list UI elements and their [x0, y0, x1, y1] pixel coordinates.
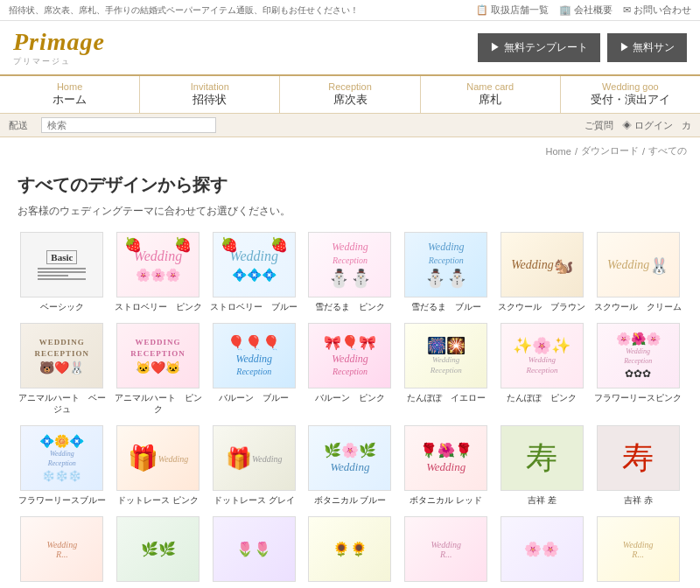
design-item-r4-6[interactable]: 🌸🌸: [498, 516, 587, 585]
design-item-dot-lace-pink[interactable]: 🎁 Wedding ドットレース ピンク: [114, 425, 203, 506]
design-item-strawberry-pink[interactable]: 🍓 🍓 Wedding 🌸🌸🌸 ストロベリー ピンク: [114, 232, 203, 312]
subnav-delivery[interactable]: 配送: [9, 119, 28, 132]
design-label: たんぽぽ イエロー: [407, 392, 486, 403]
thumb-dandelion-yellow: 🎆🎇 WeddingReception: [404, 323, 487, 388]
breadcrumb-home[interactable]: Home: [546, 146, 571, 157]
nav-home[interactable]: Home ホーム: [0, 76, 140, 113]
design-grid-row4: WeddingR... 🌿🌿 🌷🌷: [18, 516, 682, 585]
design-label: ストロベリー ブルー: [210, 301, 298, 312]
subnav-faq[interactable]: ご質問: [584, 119, 613, 132]
design-grid-row3: 💠🌼💠 WeddingReception ❄️❄️❄️ フラワーリースブルー 🎁…: [18, 425, 682, 506]
design-item-dandelion-pink[interactable]: ✨🌸✨ WeddingReception たんぽぽ ピンク: [498, 323, 587, 415]
design-item-snowman-blue[interactable]: WeddingReception ⛄⛄ 雪だるま ブルー: [402, 232, 491, 312]
subnav-right: ご質問 ◈ ログイン カ: [584, 119, 691, 132]
design-label: 吉祥 差: [528, 494, 556, 506]
thumb-botanical-red: 🌹🌺🌹 Wedding: [404, 425, 487, 491]
logo[interactable]: Primage プリマージュ: [13, 28, 105, 67]
thumb-strawberry-blue: 🍓 🍓 Wedding 💠💠💠: [213, 232, 296, 298]
subnav-login[interactable]: ◈ ログイン: [622, 119, 673, 132]
design-label: ベーシック: [40, 301, 84, 312]
design-item-animal-pink[interactable]: WEDDINGRECEPTION 🐱❤️🐱 アニマルハート ピンク: [114, 323, 203, 415]
nav-reception[interactable]: Reception 席次表: [280, 76, 420, 113]
design-item-r4-1[interactable]: WeddingR...: [18, 516, 107, 585]
design-item-squirrel-cream[interactable]: Wedding 🐰 スクウール クリーム: [593, 232, 682, 312]
nav-invitation[interactable]: Invitation 招待状: [140, 76, 280, 113]
design-item-animal-beige[interactable]: WEDDINGRECEPTION 🐻❤️🐰 アニマルハート ベージュ: [18, 323, 107, 415]
breadcrumb-download[interactable]: ダウンロード: [581, 144, 639, 158]
design-grid-row2: WEDDINGRECEPTION 🐻❤️🐰 アニマルハート ベージュ WEDDI…: [18, 323, 682, 415]
thumb-animal-beige: WEDDINGRECEPTION 🐻❤️🐰: [20, 323, 103, 388]
design-item-flower-lace-pink[interactable]: 🌸🌺🌸 WeddingReception ✿✿✿ フラワーリースピンク: [593, 323, 682, 415]
thumb-squirrel-brown: Wedding 🐿️: [500, 232, 584, 298]
thumb-r4-1: WeddingR...: [20, 516, 103, 582]
design-item-botanical-red[interactable]: 🌹🌺🌹 Wedding ボタニカル レッド: [402, 425, 491, 506]
thumb-r4-3: 🌷🌷: [213, 516, 296, 582]
thumb-dandelion-pink: ✨🌸✨ WeddingReception: [500, 323, 584, 388]
sample-button[interactable]: ▶ 無料サン: [607, 33, 687, 62]
thumb-botanical-blue: 🌿🌸🌿 Wedding: [308, 425, 391, 491]
design-item-basic[interactable]: Basic ベーシック: [18, 232, 107, 312]
design-item-snowman-pink[interactable]: WeddingReception ⛄⛄ 雪だるま ピンク: [305, 232, 395, 312]
nav-wedding-goods[interactable]: Wedding goo 受付・演出アイ: [561, 76, 700, 113]
design-label: バルーン ブルー: [219, 392, 289, 403]
design-item-squirrel-brown[interactable]: Wedding 🐿️ スクウール ブラウン: [498, 232, 587, 312]
breadcrumb: Home / ダウンロード / すべての: [0, 137, 700, 164]
link-contact[interactable]: ✉ お問い合わせ: [623, 4, 691, 17]
thumb-kisho-red: 寿: [597, 425, 680, 491]
design-item-balloon-blue[interactable]: 🎈🎈🎈 WeddingReception バルーン ブルー: [209, 323, 298, 415]
design-label: ドットレース グレイ: [214, 494, 295, 506]
thumb-animal-pink: WEDDINGRECEPTION 🐱❤️🐱: [116, 323, 200, 388]
thumb-r4-2: 🌿🌿: [116, 516, 200, 582]
design-label: ドットレース ピンク: [117, 494, 199, 506]
breadcrumb-current: すべての: [648, 144, 687, 158]
thumb-r4-6: 🌸🌸: [500, 516, 584, 582]
design-item-botanical-blue[interactable]: 🌿🌸🌿 Wedding ボタニカル ブルー: [305, 425, 395, 506]
design-label: スクウール ブラウン: [498, 301, 585, 312]
design-label: たんぽぽ ピンク: [507, 392, 577, 403]
template-button[interactable]: ▶ 無料テンプレート: [478, 33, 599, 62]
top-tagline: 招待状、席次表、席札、手作りの結婚式ペーパーアイテム通販、印刷もお任せください！: [9, 4, 359, 17]
thumb-snowman-pink: WeddingReception ⛄⛄: [308, 232, 391, 298]
design-item-dandelion-yellow[interactable]: 🎆🎇 WeddingReception たんぽぽ イエロー: [402, 323, 491, 415]
nav-namecard[interactable]: Name card 席札: [421, 76, 561, 113]
design-label: フラワーリースピンク: [594, 392, 682, 403]
thumb-flower-lace-blue: 💠🌼💠 WeddingReception ❄️❄️❄️: [20, 425, 103, 491]
search-input[interactable]: [41, 117, 216, 133]
thumb-dot-lace-pink: 🎁 Wedding: [116, 425, 200, 491]
subnav-cart[interactable]: カ: [682, 119, 691, 132]
thumb-r4-5: WeddingR...: [404, 516, 487, 582]
design-label: ボタニカル ブルー: [314, 494, 387, 506]
design-grid-row1: Basic ベーシック 🍓 🍓 Wedding 🌸🌸🌸: [18, 232, 682, 312]
design-label: スクウール クリーム: [594, 301, 682, 312]
thumb-squirrel-cream: Wedding 🐰: [597, 232, 680, 298]
design-item-r4-5[interactable]: WeddingR...: [402, 516, 491, 585]
sub-nav: 配送 ご質問 ◈ ログイン カ: [0, 114, 700, 137]
design-item-kisho-red[interactable]: 寿 吉祥 赤: [593, 425, 682, 506]
design-item-r4-4[interactable]: 🌻🌻: [305, 516, 395, 585]
link-company[interactable]: 🏢 会社概要: [559, 4, 612, 17]
design-item-flower-lace-blue[interactable]: 💠🌼💠 WeddingReception ❄️❄️❄️ フラワーリースブルー: [18, 425, 107, 506]
design-item-dot-lace-gray[interactable]: 🎁 Wedding ドットレース グレイ: [209, 425, 298, 506]
top-links: 📋 取扱店舗一覧 🏢 会社概要 ✉ お問い合わせ: [476, 4, 691, 17]
design-item-r4-7[interactable]: WeddingR...: [593, 516, 682, 585]
link-store[interactable]: 📋 取扱店舗一覧: [476, 4, 549, 17]
thumb-balloon-blue: 🎈🎈🎈 WeddingReception: [213, 323, 296, 388]
thumb-dot-lace-gray: 🎁 Wedding: [213, 425, 296, 491]
design-item-strawberry-blue[interactable]: 🍓 🍓 Wedding 💠💠💠 ストロベリー ブルー: [209, 232, 298, 312]
design-label: アニマルハート ピンク: [114, 392, 203, 415]
thumb-kisho-green: 寿: [500, 425, 584, 491]
design-item-balloon-pink[interactable]: 🎀🎈🎀 WeddingReception バルーン ピンク: [305, 323, 395, 415]
top-bar: 招待状、席次表、席札、手作りの結婚式ペーパーアイテム通販、印刷もお任せください！…: [0, 0, 700, 21]
header-buttons: ▶ 無料テンプレート ▶ 無料サン: [478, 33, 687, 62]
design-label: フラワーリースブルー: [18, 494, 106, 506]
page-title: すべてのデザインから探す: [18, 173, 682, 197]
logo-sub: プリマージュ: [13, 56, 105, 67]
design-item-kisho-green[interactable]: 寿 吉祥 差: [498, 425, 587, 506]
design-label: ボタニカル レッド: [410, 494, 482, 506]
design-item-r4-3[interactable]: 🌷🌷: [209, 516, 298, 585]
design-label: 雪だるま ブルー: [411, 301, 481, 312]
design-label: アニマルハート ベージュ: [18, 392, 107, 415]
page-subtitle: お客様のウェディングテーマに合わせてお選びください。: [18, 204, 682, 219]
thumb-strawberry-pink: 🍓 🍓 Wedding 🌸🌸🌸: [116, 232, 200, 298]
design-item-r4-2[interactable]: 🌿🌿: [114, 516, 203, 585]
